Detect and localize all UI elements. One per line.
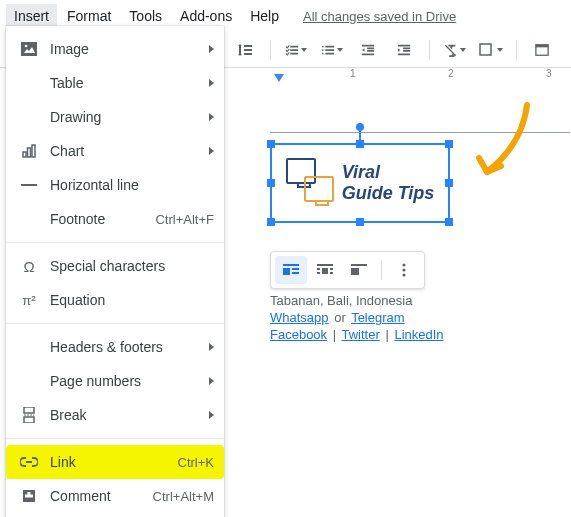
monitor-icon — [304, 176, 334, 202]
wrap-break-button[interactable] — [343, 256, 375, 284]
save-status[interactable]: All changes saved in Drive — [303, 9, 456, 24]
menu-insert[interactable]: Insert — [6, 4, 57, 28]
chevron-down-icon — [301, 48, 307, 52]
wrap-inline-button[interactable] — [275, 256, 307, 284]
resize-handle-ml[interactable] — [267, 179, 275, 187]
menu-label: Equation — [50, 292, 214, 308]
menu-separator — [6, 323, 224, 324]
pi-icon: π² — [18, 291, 40, 309]
submenu-arrow-icon — [209, 411, 214, 419]
svg-rect-19 — [317, 264, 333, 266]
toolbar-divider — [381, 260, 382, 280]
resize-handle-mr[interactable] — [445, 179, 453, 187]
svg-point-30 — [402, 273, 405, 276]
blank-icon — [18, 338, 40, 356]
contact-links-row2: Facebook | Twitter | LinkedIn — [270, 327, 570, 342]
menu-format[interactable]: Format — [59, 4, 119, 28]
chart-icon — [18, 142, 40, 160]
menu-label: Break — [50, 407, 209, 423]
resize-handle-tm[interactable] — [356, 140, 364, 148]
linkedin-link[interactable]: LinkedIn — [394, 327, 443, 342]
contact-links-row1: Whatsapp or Telegram — [270, 310, 570, 325]
svg-rect-2 — [536, 44, 548, 47]
svg-rect-23 — [330, 268, 333, 270]
wrap-text-button[interactable] — [309, 256, 341, 284]
svg-point-5 — [25, 45, 28, 48]
menu-tools[interactable]: Tools — [121, 4, 170, 28]
chevron-down-icon — [460, 48, 466, 52]
menu-label: Table — [50, 75, 209, 91]
resize-handle-bl[interactable] — [267, 218, 275, 226]
svg-rect-17 — [292, 268, 299, 270]
facebook-link[interactable]: Facebook — [270, 327, 327, 342]
resize-handle-tr[interactable] — [445, 140, 453, 148]
selected-image[interactable]: Viral Guide Tips — [270, 143, 450, 223]
menu-shortcut: Ctrl+K — [178, 455, 214, 470]
menu-headers-footers[interactable]: Headers & footers — [6, 330, 224, 364]
chevron-down-icon — [337, 48, 343, 52]
svg-rect-11 — [24, 417, 34, 423]
chevron-down-icon — [497, 48, 503, 52]
menu-horizontal-line[interactable]: Horizontal line — [6, 168, 224, 202]
telegram-link[interactable]: Telegram — [351, 310, 404, 325]
submenu-arrow-icon — [209, 377, 214, 385]
image-icon — [18, 40, 40, 58]
horizontal-rule — [270, 132, 570, 133]
address-text: Tabanan, Bali, Indonesia — [270, 293, 570, 308]
svg-rect-3 — [21, 42, 37, 56]
menu-image[interactable]: Image — [6, 32, 224, 66]
menu-special-characters[interactable]: Ω Special characters — [6, 249, 224, 283]
submenu-arrow-icon — [209, 343, 214, 351]
horizontal-line-icon — [18, 176, 40, 194]
menu-equation[interactable]: π² Equation — [6, 283, 224, 317]
image-more-options-button[interactable] — [388, 256, 420, 284]
svg-point-29 — [402, 268, 405, 271]
menu-drawing[interactable]: Drawing — [6, 100, 224, 134]
menu-table[interactable]: Table — [6, 66, 224, 100]
resize-handle-bm[interactable] — [356, 218, 364, 226]
whatsapp-link[interactable]: Whatsapp — [270, 310, 329, 325]
menu-separator — [6, 438, 224, 439]
rotate-handle[interactable] — [356, 123, 364, 131]
image-floating-toolbar — [270, 251, 425, 289]
menu-link[interactable]: Link Ctrl+K — [6, 445, 224, 479]
svg-rect-6 — [23, 152, 26, 157]
svg-rect-25 — [351, 264, 367, 266]
menu-break[interactable]: Break — [6, 398, 224, 432]
menu-label: Image — [50, 41, 209, 57]
blank-icon — [18, 210, 40, 228]
insert-dropdown: Image Table Drawing Chart Horizontal lin… — [6, 26, 224, 517]
resize-handle-br[interactable] — [445, 218, 453, 226]
menu-label: Drawing — [50, 109, 209, 125]
menu-comment[interactable]: Comment Ctrl+Alt+M — [6, 479, 224, 513]
svg-rect-26 — [351, 268, 359, 275]
document-content: Viral Guide Tips Tabanan, Bali, — [270, 132, 570, 342]
link-icon — [18, 453, 40, 471]
logo-line1: Viral — [342, 162, 435, 183]
menu-footnote[interactable]: Footnote Ctrl+Alt+F — [6, 202, 224, 236]
menu-shortcut: Ctrl+Alt+F — [155, 212, 214, 227]
logo-text: Viral Guide Tips — [342, 162, 435, 204]
menu-chart[interactable]: Chart — [6, 134, 224, 168]
menu-help[interactable]: Help — [242, 4, 287, 28]
svg-rect-10 — [24, 407, 34, 413]
menu-page-numbers[interactable]: Page numbers — [6, 364, 224, 398]
comment-icon — [18, 487, 40, 505]
document-page[interactable]: Viral Guide Tips Tabanan, Bali, — [230, 54, 571, 517]
svg-rect-9 — [21, 184, 37, 186]
svg-point-28 — [402, 263, 405, 266]
link-separator: or — [334, 310, 346, 325]
twitter-link[interactable]: Twitter — [342, 327, 380, 342]
menu-label: Headers & footers — [50, 339, 209, 355]
menu-addons[interactable]: Add-ons — [172, 4, 240, 28]
omega-icon: Ω — [18, 257, 40, 275]
svg-rect-20 — [322, 268, 328, 274]
svg-rect-21 — [317, 268, 320, 270]
menu-label: Chart — [50, 143, 209, 159]
annotation-arrow-icon — [467, 100, 537, 190]
svg-rect-0 — [480, 44, 491, 55]
menu-label: Horizontal line — [50, 177, 214, 193]
resize-handle-tl[interactable] — [267, 140, 275, 148]
svg-rect-8 — [32, 145, 35, 157]
svg-rect-7 — [28, 148, 31, 157]
